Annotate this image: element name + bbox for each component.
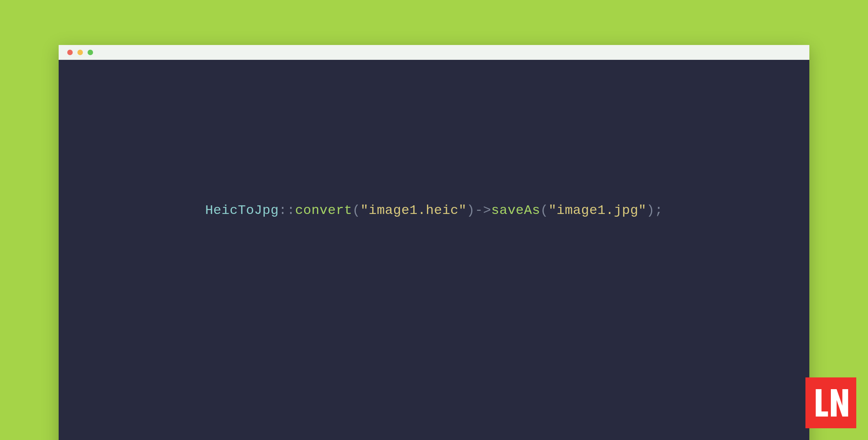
code-editor: HeicToJpg::convert("image1.heic")->saveA… xyxy=(59,60,809,440)
code-token-string: "image1.heic" xyxy=(360,203,467,218)
code-token-paren-open: ( xyxy=(540,203,549,218)
code-token-scope: :: xyxy=(279,203,295,218)
code-token-paren-open: ( xyxy=(352,203,360,218)
brand-logo xyxy=(805,377,856,428)
minimize-window-button[interactable] xyxy=(77,50,83,55)
code-token-paren-close: ) xyxy=(647,203,655,218)
code-token-method: saveAs xyxy=(491,203,540,218)
code-token-arrow: -> xyxy=(475,203,491,218)
code-token-class: HeicToJpg xyxy=(205,203,279,218)
code-token-paren-close: ) xyxy=(467,203,475,218)
window-titlebar xyxy=(59,45,809,60)
code-line: HeicToJpg::convert("image1.heic")->saveA… xyxy=(205,201,663,221)
code-token-string: "image1.jpg" xyxy=(549,203,647,218)
maximize-window-button[interactable] xyxy=(88,50,93,55)
code-token-semicolon: ; xyxy=(655,203,663,218)
logo-ln-icon xyxy=(813,385,849,421)
close-window-button[interactable] xyxy=(67,50,73,55)
code-window: HeicToJpg::convert("image1.heic")->saveA… xyxy=(59,45,809,440)
code-token-method: convert xyxy=(295,203,352,218)
